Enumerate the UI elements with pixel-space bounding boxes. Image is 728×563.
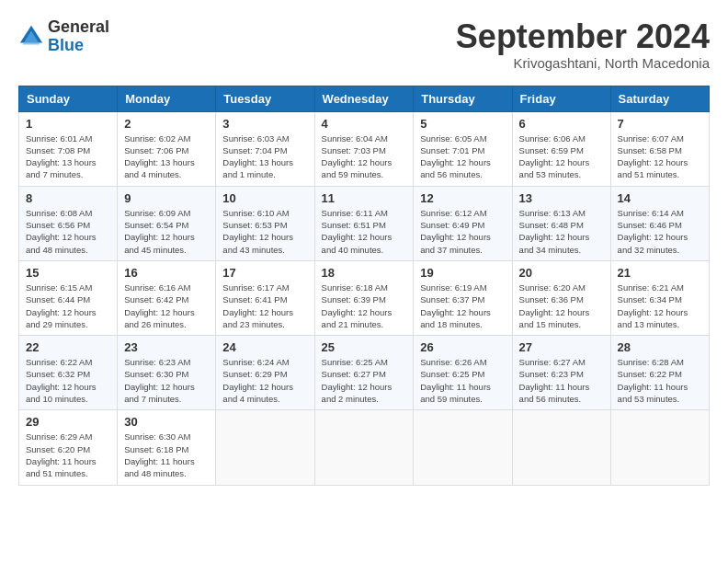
calendar-cell: 30Sunrise: 6:30 AMSunset: 6:18 PMDayligh…: [118, 410, 216, 485]
day-info: Sunrise: 6:12 AMSunset: 6:49 PMDaylight:…: [420, 207, 505, 256]
day-number: 15: [26, 266, 110, 280]
calendar-cell: 27Sunrise: 6:27 AMSunset: 6:23 PMDayligh…: [512, 336, 610, 410]
day-number: 10: [222, 191, 307, 205]
logo: General Blue: [18, 18, 109, 55]
day-info: Sunrise: 6:05 AMSunset: 7:01 PMDaylight:…: [420, 132, 505, 181]
day-number: 21: [618, 266, 702, 280]
calendar-cell: 25Sunrise: 6:25 AMSunset: 6:27 PMDayligh…: [314, 336, 414, 410]
day-info: Sunrise: 6:07 AMSunset: 6:58 PMDaylight:…: [618, 132, 702, 181]
day-info: Sunrise: 6:21 AMSunset: 6:34 PMDaylight:…: [618, 282, 702, 330]
page-header: General Blue September 2024 Krivogashtan…: [18, 18, 710, 71]
calendar-table: SundayMondayTuesdayWednesdayThursdayFrid…: [18, 86, 710, 486]
weekday-header-monday: Monday: [118, 86, 216, 111]
weekday-header-tuesday: Tuesday: [216, 86, 314, 111]
day-number: 8: [26, 191, 110, 205]
day-number: 29: [26, 415, 110, 429]
day-number: 28: [618, 340, 702, 354]
logo-blue-text: Blue: [48, 37, 109, 55]
day-number: 25: [322, 340, 407, 354]
day-number: 3: [222, 117, 307, 131]
day-info: Sunrise: 6:09 AMSunset: 6:54 PMDaylight:…: [124, 207, 209, 256]
day-info: Sunrise: 6:19 AMSunset: 6:37 PMDaylight:…: [420, 282, 505, 330]
calendar-cell: 29Sunrise: 6:29 AMSunset: 6:20 PMDayligh…: [19, 410, 118, 485]
day-info: Sunrise: 6:20 AMSunset: 6:36 PMDaylight:…: [519, 282, 604, 330]
calendar-cell: 5Sunrise: 6:05 AMSunset: 7:01 PMDaylight…: [414, 111, 512, 186]
day-number: 24: [222, 340, 307, 354]
calendar-week-row: 1Sunrise: 6:01 AMSunset: 7:08 PMDaylight…: [19, 111, 710, 186]
calendar-cell: 10Sunrise: 6:10 AMSunset: 6:53 PMDayligh…: [216, 186, 314, 260]
calendar-cell: 18Sunrise: 6:18 AMSunset: 6:39 PMDayligh…: [314, 260, 414, 335]
day-info: Sunrise: 6:02 AMSunset: 7:06 PMDaylight:…: [124, 132, 209, 181]
day-info: Sunrise: 6:27 AMSunset: 6:23 PMDaylight:…: [519, 356, 604, 405]
calendar-cell: [314, 410, 414, 485]
weekday-header-sunday: Sunday: [19, 86, 118, 111]
calendar-cell: 1Sunrise: 6:01 AMSunset: 7:08 PMDaylight…: [19, 111, 118, 186]
day-info: Sunrise: 6:10 AMSunset: 6:53 PMDaylight:…: [222, 207, 307, 256]
calendar-week-row: 29Sunrise: 6:29 AMSunset: 6:20 PMDayligh…: [19, 410, 710, 485]
day-number: 13: [519, 191, 604, 205]
day-number: 20: [519, 266, 604, 280]
calendar-header-row: SundayMondayTuesdayWednesdayThursdayFrid…: [19, 86, 710, 111]
day-info: Sunrise: 6:28 AMSunset: 6:22 PMDaylight:…: [618, 356, 702, 405]
calendar-cell: 7Sunrise: 6:07 AMSunset: 6:58 PMDaylight…: [610, 111, 709, 186]
calendar-cell: 23Sunrise: 6:23 AMSunset: 6:30 PMDayligh…: [118, 336, 216, 410]
day-info: Sunrise: 6:16 AMSunset: 6:42 PMDaylight:…: [124, 282, 209, 330]
day-number: 14: [618, 191, 702, 205]
day-number: 22: [26, 340, 110, 354]
calendar-cell: 13Sunrise: 6:13 AMSunset: 6:48 PMDayligh…: [512, 186, 610, 260]
day-number: 6: [519, 117, 604, 131]
day-info: Sunrise: 6:04 AMSunset: 7:03 PMDaylight:…: [322, 132, 407, 181]
day-info: Sunrise: 6:08 AMSunset: 6:56 PMDaylight:…: [26, 207, 110, 256]
calendar-cell: [414, 410, 512, 485]
day-info: Sunrise: 6:24 AMSunset: 6:29 PMDaylight:…: [222, 356, 307, 405]
calendar-cell: [216, 410, 314, 485]
weekday-header-friday: Friday: [512, 86, 610, 111]
weekday-header-saturday: Saturday: [610, 86, 709, 111]
calendar-cell: 17Sunrise: 6:17 AMSunset: 6:41 PMDayligh…: [216, 260, 314, 335]
calendar-week-row: 8Sunrise: 6:08 AMSunset: 6:56 PMDaylight…: [19, 186, 710, 260]
calendar-cell: 14Sunrise: 6:14 AMSunset: 6:46 PMDayligh…: [610, 186, 709, 260]
weekday-header-wednesday: Wednesday: [314, 86, 414, 111]
day-info: Sunrise: 6:11 AMSunset: 6:51 PMDaylight:…: [322, 207, 407, 256]
calendar-cell: 4Sunrise: 6:04 AMSunset: 7:03 PMDaylight…: [314, 111, 414, 186]
day-number: 17: [222, 266, 307, 280]
day-number: 9: [124, 191, 209, 205]
calendar-cell: 15Sunrise: 6:15 AMSunset: 6:44 PMDayligh…: [19, 260, 118, 335]
calendar-cell: 20Sunrise: 6:20 AMSunset: 6:36 PMDayligh…: [512, 260, 610, 335]
day-info: Sunrise: 6:25 AMSunset: 6:27 PMDaylight:…: [322, 356, 407, 405]
day-info: Sunrise: 6:18 AMSunset: 6:39 PMDaylight:…: [322, 282, 407, 330]
day-info: Sunrise: 6:14 AMSunset: 6:46 PMDaylight:…: [618, 207, 702, 256]
day-info: Sunrise: 6:26 AMSunset: 6:25 PMDaylight:…: [420, 356, 505, 405]
day-number: 4: [322, 117, 407, 131]
weekday-header-thursday: Thursday: [414, 86, 512, 111]
calendar-cell: 28Sunrise: 6:28 AMSunset: 6:22 PMDayligh…: [610, 336, 709, 410]
calendar-cell: 6Sunrise: 6:06 AMSunset: 6:59 PMDaylight…: [512, 111, 610, 186]
day-number: 11: [322, 191, 407, 205]
day-info: Sunrise: 6:13 AMSunset: 6:48 PMDaylight:…: [519, 207, 604, 256]
calendar-cell: 26Sunrise: 6:26 AMSunset: 6:25 PMDayligh…: [414, 336, 512, 410]
logo-general-text: General: [48, 18, 109, 37]
day-info: Sunrise: 6:29 AMSunset: 6:20 PMDaylight:…: [26, 431, 110, 479]
title-area: September 2024 Krivogashtani, North Mace…: [456, 18, 710, 71]
calendar-cell: 16Sunrise: 6:16 AMSunset: 6:42 PMDayligh…: [118, 260, 216, 335]
calendar-week-row: 22Sunrise: 6:22 AMSunset: 6:32 PMDayligh…: [19, 336, 710, 410]
day-info: Sunrise: 6:22 AMSunset: 6:32 PMDaylight:…: [26, 356, 110, 405]
calendar-cell: 2Sunrise: 6:02 AMSunset: 7:06 PMDaylight…: [118, 111, 216, 186]
calendar-cell: 24Sunrise: 6:24 AMSunset: 6:29 PMDayligh…: [216, 336, 314, 410]
day-number: 7: [618, 117, 702, 131]
month-title: September 2024: [456, 18, 710, 55]
day-number: 1: [26, 117, 110, 131]
calendar-cell: 8Sunrise: 6:08 AMSunset: 6:56 PMDaylight…: [19, 186, 118, 260]
day-info: Sunrise: 6:23 AMSunset: 6:30 PMDaylight:…: [124, 356, 209, 405]
day-number: 16: [124, 266, 209, 280]
day-number: 27: [519, 340, 604, 354]
calendar-cell: 9Sunrise: 6:09 AMSunset: 6:54 PMDaylight…: [118, 186, 216, 260]
calendar-cell: 21Sunrise: 6:21 AMSunset: 6:34 PMDayligh…: [610, 260, 709, 335]
day-number: 19: [420, 266, 505, 280]
calendar-cell: 19Sunrise: 6:19 AMSunset: 6:37 PMDayligh…: [414, 260, 512, 335]
day-number: 26: [420, 340, 505, 354]
day-number: 30: [124, 415, 209, 429]
day-info: Sunrise: 6:06 AMSunset: 6:59 PMDaylight:…: [519, 132, 604, 181]
day-number: 2: [124, 117, 209, 131]
calendar-cell: [512, 410, 610, 485]
